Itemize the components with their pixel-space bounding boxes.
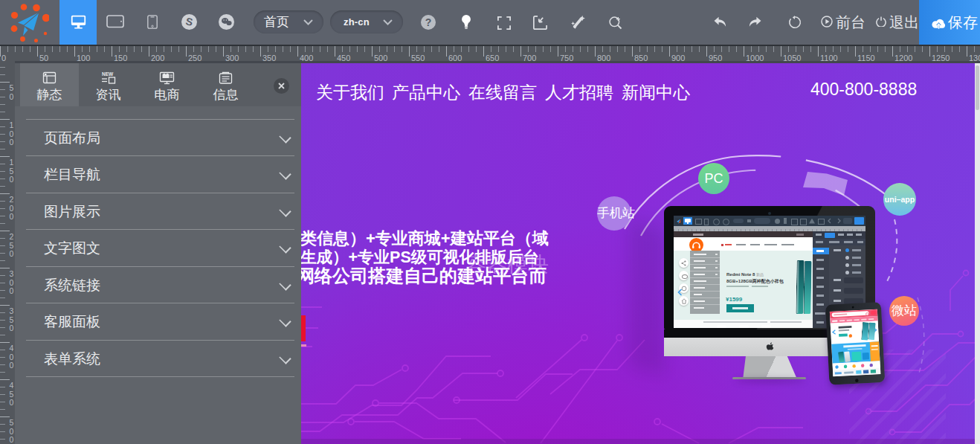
- svg-text:S: S: [184, 15, 193, 28]
- svg-text:NEW: NEW: [102, 71, 114, 77]
